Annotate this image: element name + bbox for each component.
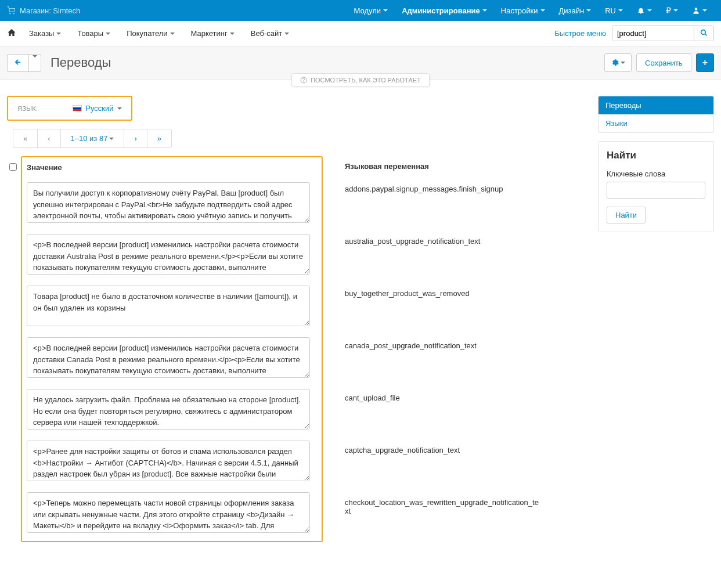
- caret-down-icon: [33, 55, 37, 67]
- translation-variable: australia_post_upgrade_notification_text: [345, 233, 542, 246]
- sidebar-tab-translations[interactable]: Переводы: [599, 96, 713, 114]
- svg-point-0: [10, 13, 10, 14]
- currency-symbol: ₽: [666, 6, 671, 15]
- caret-down-icon: [170, 33, 175, 35]
- page-title: Переводы: [51, 55, 604, 70]
- translation-value-input[interactable]: <p>Теперь можно перемещать части новой с…: [27, 492, 310, 533]
- translation-variable: checkout_location_was_rewritten_upgrade_…: [345, 495, 542, 515]
- svg-line-4: [705, 34, 706, 35]
- subnav-customers-label: Покупатели: [127, 29, 167, 38]
- translation-value-input[interactable]: Товара [product] не было в достаточном к…: [27, 286, 310, 326]
- keywords-label: Ключевые слова: [607, 169, 705, 178]
- caret-down-icon: [540, 9, 545, 12]
- hint-text: ПОСМОТРЕТЬ, КАК ЭТО РАБОТАЕТ: [311, 77, 421, 84]
- find-button[interactable]: Найти: [607, 207, 646, 223]
- nav-admin-label: Администрирование: [402, 6, 480, 15]
- subnav-customers[interactable]: Покупатели: [123, 29, 178, 38]
- back-dropdown-button[interactable]: [29, 54, 41, 72]
- pager-range[interactable]: 1–10 из 87: [60, 129, 125, 148]
- pager-first[interactable]: «: [13, 129, 38, 148]
- bell-icon: [637, 6, 645, 15]
- select-all-checkbox[interactable]: [9, 163, 17, 171]
- back-button[interactable]: [7, 54, 29, 72]
- subnav-orders-label: Заказы: [29, 29, 54, 38]
- caret-down-icon: [618, 9, 623, 12]
- store-name: Магазин: Simtech: [20, 6, 80, 15]
- question-icon: [300, 77, 307, 84]
- save-button[interactable]: Сохранить: [636, 53, 691, 72]
- home-link[interactable]: [7, 28, 16, 39]
- svg-point-2: [695, 8, 698, 10]
- search-title: Найти: [607, 150, 705, 161]
- nav-settings[interactable]: Настройки: [494, 0, 552, 21]
- caret-down-icon: [383, 9, 388, 12]
- pager-next[interactable]: ›: [124, 129, 147, 148]
- subnav-marketing-label: Маркетинг: [191, 29, 228, 38]
- language-value-text: Русский: [85, 104, 113, 113]
- sidebar-search: Найти Ключевые слова Найти: [598, 141, 714, 232]
- language-label: ЯЗЫК:: [17, 105, 38, 112]
- search-icon: [700, 29, 708, 37]
- nav-currency[interactable]: ₽: [659, 0, 685, 21]
- nav-language[interactable]: RU: [598, 0, 630, 21]
- translation-variable: addons.paypal.signup_messages.finish_sig…: [345, 181, 542, 193]
- nav-user[interactable]: [685, 0, 714, 21]
- translation-value-input[interactable]: <p>В последней версии [product] изменили…: [27, 234, 310, 275]
- nav-language-label: RU: [605, 6, 616, 15]
- language-value[interactable]: Русский: [73, 104, 121, 113]
- nav-design-label: Дизайн: [559, 6, 585, 15]
- caret-down-icon: [106, 33, 110, 35]
- svg-point-3: [701, 30, 706, 34]
- head-var: Языковая переменная: [345, 162, 542, 171]
- hint-banner[interactable]: ПОСМОТРЕТЬ, КАК ЭТО РАБОТАЕТ: [291, 73, 430, 87]
- sidebar-tabs: Переводы Языки: [598, 96, 714, 133]
- flag-ru-icon: [73, 105, 82, 111]
- nav-modules[interactable]: Модули: [347, 0, 395, 21]
- caret-down-icon: [230, 33, 235, 35]
- translation-variable: canada_post_upgrade_notification_text: [345, 338, 542, 350]
- subnav-orders[interactable]: Заказы: [26, 29, 64, 38]
- head-value: Значение: [27, 163, 322, 172]
- search-input[interactable]: [612, 26, 694, 41]
- quick-menu-link[interactable]: Быстрое меню: [554, 29, 606, 38]
- caret-down-icon: [586, 9, 591, 12]
- gear-icon: [611, 59, 619, 67]
- language-selector: ЯЗЫК: Русский: [7, 96, 132, 121]
- caret-down-icon: [117, 107, 122, 110]
- search-button[interactable]: [694, 26, 713, 41]
- nav-design[interactable]: Дизайн: [552, 0, 599, 21]
- caret-down-icon: [621, 62, 625, 64]
- svg-point-1: [13, 13, 14, 14]
- settings-button[interactable]: [604, 53, 632, 72]
- keywords-input[interactable]: [607, 182, 705, 199]
- arrow-left-icon: [14, 58, 22, 66]
- nav-notifications[interactable]: [630, 0, 659, 21]
- subnav-website-label: Веб-сайт: [251, 29, 282, 38]
- add-button[interactable]: +: [696, 53, 714, 72]
- translation-value-input[interactable]: Не удалось загрузить файл. Проблема не о…: [27, 389, 310, 430]
- nav-admin[interactable]: Администрирование: [395, 0, 494, 21]
- pagination: « ‹ 1–10 из 87 › »: [13, 129, 590, 148]
- translations-value-column: Значение Вы получили доступ к корпоратив…: [21, 156, 323, 542]
- caret-down-icon: [673, 9, 678, 12]
- subnav-marketing[interactable]: Маркетинг: [188, 29, 238, 38]
- cart-icon: [7, 6, 15, 15]
- subnav-website[interactable]: Веб-сайт: [247, 29, 293, 38]
- nav-modules-label: Модули: [354, 6, 381, 15]
- caret-down-icon: [482, 9, 487, 12]
- topbar: Магазин: Simtech Модули Администрировани…: [0, 0, 721, 21]
- pager-range-text: 1–10 из 87: [71, 134, 108, 143]
- nav-settings-label: Настройки: [501, 6, 538, 15]
- caret-down-icon: [109, 138, 114, 140]
- pager-last[interactable]: »: [147, 129, 172, 148]
- subnav-products[interactable]: Товары: [74, 29, 114, 38]
- translation-value-input[interactable]: <p>В последней версии [product] изменили…: [27, 337, 310, 378]
- caret-down-icon: [647, 9, 652, 12]
- page-header: Переводы Сохранить + ПОСМОТРЕТЬ, КАК ЭТО…: [0, 46, 721, 80]
- home-icon: [7, 28, 16, 37]
- user-icon: [692, 6, 700, 15]
- translation-value-input[interactable]: Вы получили доступ к корпоративному счёт…: [27, 182, 310, 223]
- sidebar-tab-languages[interactable]: Языки: [599, 114, 713, 132]
- translation-value-input[interactable]: <p>Ранее для настройки защиты от ботов и…: [27, 441, 310, 481]
- pager-prev[interactable]: ‹: [37, 129, 60, 148]
